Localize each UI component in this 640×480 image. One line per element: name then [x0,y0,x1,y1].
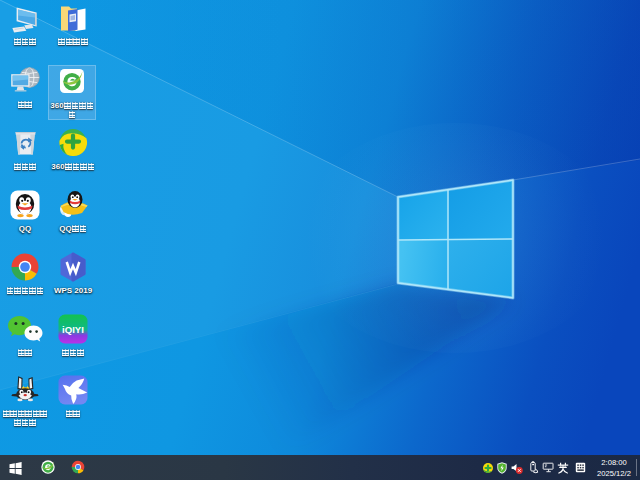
svg-text:iQIYI: iQIYI [62,324,84,335]
